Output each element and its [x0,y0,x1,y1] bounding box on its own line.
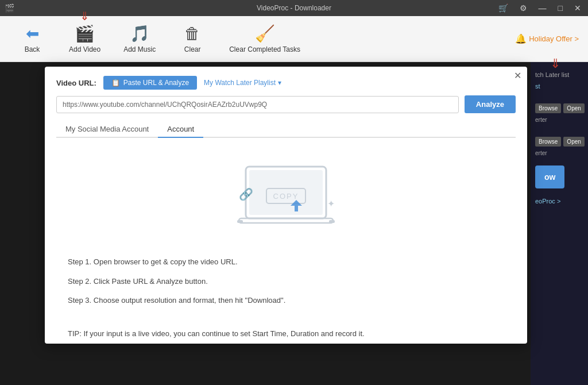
add-video-arrow: ⇓ [80,9,90,23]
clear-button[interactable]: 🗑 Clear [169,20,215,58]
clear-icon: 🗑 [184,24,200,43]
laptop-graphic: COPY 🔗 ✦ [229,161,343,236]
step-2: Step 2. Click Paste URL & Analyze button… [68,276,504,287]
add-video-button[interactable]: 🎬 Add Video [60,20,110,58]
converter-label-2: erter [535,150,583,156]
title-bar-title: VideoProc - Downloader [257,4,331,12]
svg-text:✦: ✦ [327,199,335,209]
url-input-row: Analyze [56,95,516,113]
minimize-button[interactable]: — [536,3,549,13]
step-1: Step 1. Open browser to get & copy the v… [68,256,504,268]
main-area: tch Later list st Browse Open erter Brow… [0,62,588,385]
dialog-arrow: ⇓ [550,56,560,71]
converter-label-1: erter [535,117,583,123]
close-button[interactable]: ✕ [572,3,583,13]
title-bar-left: 🎬 [5,3,19,13]
tip-text: TIP: If your input is a live video, you … [45,328,527,344]
videoproc-link[interactable]: eoProc > [535,198,560,205]
add-music-label: Add Music [123,45,156,53]
svg-rect-8 [237,220,243,223]
add-video-wrap: ⇓ 🎬 Add Video [60,20,110,58]
video-url-row: Video URL: 📋 Paste URL & Analyze My Watc… [56,76,516,90]
browse-section-1: Browse Open erter [535,103,583,123]
add-video-icon: 🎬 [75,24,95,43]
right-panel: tch Later list st Browse Open erter Brow… [531,62,588,385]
add-video-label: Add Video [69,45,100,53]
maximize-button[interactable]: □ [556,3,565,13]
tab-account[interactable]: Account [158,121,203,138]
clear-completed-label: Clear Completed Tasks [229,45,300,53]
back-label: Back [25,45,40,53]
watch-later-link[interactable]: st [535,83,540,90]
dialog-close-button[interactable]: ✕ [514,71,521,80]
svg-text:🔗: 🔗 [239,187,253,201]
url-input[interactable] [56,96,459,113]
holiday-offer-label: Holiday Offer > [529,34,579,43]
browse-button-2[interactable]: Browse [535,137,561,147]
clear-label: Clear [184,45,201,53]
open-button-2[interactable]: Open [563,137,584,147]
title-bar-icon-cart[interactable]: 🛒 [496,3,510,13]
svg-text:COPY: COPY [273,192,299,201]
step-3: Step 3. Choose output resolution and for… [68,295,504,306]
url-dialog: ✕ Video URL: 📋 Paste URL & Analyze My Wa… [45,67,527,344]
tab-social-media[interactable]: My Social Media Account [56,121,158,138]
action-button[interactable]: ow [535,165,564,188]
browse-row-2: Browse Open [535,137,583,147]
holiday-offer[interactable]: 🔔 Holiday Offer > [515,33,579,44]
illustration: COPY 🔗 ✦ [45,147,527,256]
back-icon: ⬅ [26,24,39,43]
clear-completed-icon: 🧹 [255,24,275,43]
paste-url-label: Paste URL & Analyze [123,79,189,87]
watch-later-title: tch Later list [535,71,569,78]
analyze-button[interactable]: Analyze [465,95,516,113]
back-button[interactable]: ⬅ Back [9,20,55,58]
app-icon: 🎬 [5,3,14,13]
video-url-label: Video URL: [56,79,96,87]
svg-rect-9 [329,220,335,223]
browse-section-2: Browse Open erter [535,137,583,156]
dropdown-chevron-icon: ▾ [278,79,281,87]
steps-area: Step 1. Open browser to get & copy the v… [45,256,527,324]
svg-rect-6 [239,218,333,223]
watch-later-dropdown[interactable]: My Watch Later Playlist ▾ [204,79,281,87]
paste-url-button[interactable]: 📋 Paste URL & Analyze [103,76,197,90]
paste-icon: 📋 [111,79,120,87]
clear-completed-button[interactable]: 🧹 Clear Completed Tasks [220,20,310,58]
toolbar: ⬅ Back ⇓ 🎬 Add Video 🎵 Add Music 🗑 Clear… [0,16,588,62]
title-bar-icon-settings[interactable]: ⚙ [517,3,529,13]
add-music-button[interactable]: 🎵 Add Music [114,20,165,58]
title-bar-controls: 🛒 ⚙ — □ ✕ [496,3,583,13]
browse-button-1[interactable]: Browse [535,103,561,113]
bell-icon: 🔔 [515,33,527,44]
browse-row-1: Browse Open [535,103,583,113]
watch-later-label: My Watch Later Playlist [204,79,276,87]
dialog-body: Video URL: 📋 Paste URL & Analyze My Watc… [45,67,527,147]
tabs-row: My Social Media Account Account [56,121,516,138]
add-music-icon: 🎵 [130,24,150,43]
open-button-1[interactable]: Open [563,103,584,113]
